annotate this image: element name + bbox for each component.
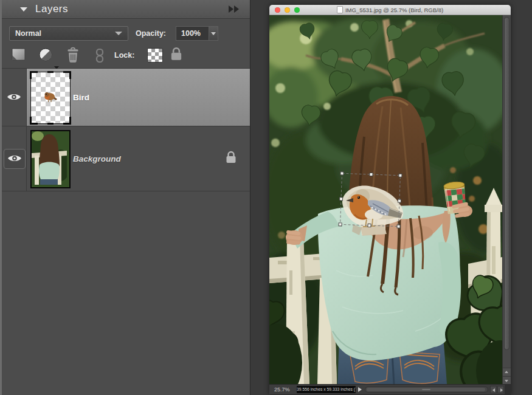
document-icon [337, 6, 343, 13]
photoshop-workspace: { "panel": { "title": "Layers", "blend_m… [0, 0, 532, 395]
layer-list: Bird [2, 68, 250, 191]
layer-row-bird[interactable]: Bird [2, 69, 250, 126]
panel-collapse-double-arrow-icon[interactable] [228, 5, 239, 13]
bird-thumbnail-icon [43, 91, 58, 106]
chevron-down-icon [211, 32, 216, 35]
visibility-column [2, 69, 27, 126]
layer-row-background[interactable]: Background [2, 126, 250, 191]
layers-panel-controls: Normal Opacity: 100% [2, 19, 250, 68]
document-window: IMG_5531.jpg @ 25.7% (Bird, RGB/8) [269, 5, 511, 394]
opacity-value: 100% [181, 29, 201, 38]
vertical-scrollbar[interactable] [502, 15, 511, 384]
layers-panel-header: Layers [2, 0, 250, 19]
scroll-up-button[interactable] [503, 368, 511, 376]
opacity-dropdown-button[interactable] [209, 26, 218, 41]
selection-bracket [30, 117, 38, 125]
layer-name-background[interactable]: Background [73, 154, 121, 163]
selection-bracket [63, 71, 71, 79]
link-layers-icon[interactable] [94, 49, 106, 66]
eye-visibility-icon[interactable] [4, 149, 26, 169]
lock-transparency-checker-icon[interactable] [147, 48, 163, 63]
selection-dash [47, 71, 54, 73]
bird-layer-thumbnail[interactable] [30, 72, 71, 124]
document-titlebar[interactable]: IMG_5531.jpg @ 25.7% (Bird, RGB/8) [269, 5, 511, 15]
panel-title: Layers [35, 3, 68, 15]
adjustment-layer-icon[interactable] [38, 47, 53, 64]
triangle-up-icon [505, 371, 508, 373]
horizontal-scrollbar[interactable] [365, 386, 488, 393]
opacity-label: Opacity: [136, 29, 166, 38]
triangle-down-icon [505, 380, 508, 382]
status-flyout-arrow-icon[interactable] [358, 387, 362, 392]
trash-icon[interactable] [64, 47, 81, 66]
document-statusbar: 25.7% 39.556 inches x 59.333 inches (72 … [269, 384, 511, 394]
scroll-down-button[interactable] [503, 376, 511, 384]
blend-mode-select[interactable]: Normal [9, 26, 128, 41]
document-canvas[interactable] [269, 15, 502, 384]
document-dimensions[interactable]: 39.556 inches x 59.333 inches (72 ppi) [297, 386, 356, 393]
statusbar-corner [505, 385, 511, 395]
lock-all-padlock-icon[interactable] [169, 46, 184, 64]
triangle-right-icon [500, 388, 503, 392]
triangle-left-icon [492, 388, 495, 392]
padlock-icon [224, 150, 238, 167]
background-layer-thumbnail[interactable] [30, 130, 71, 188]
vertical-scroll-thumb[interactable] [504, 17, 510, 350]
zoom-level[interactable]: 25.7% [274, 386, 290, 393]
eye-visibility-icon[interactable] [7, 92, 21, 105]
scroll-right-button[interactable] [497, 386, 504, 393]
document-title: IMG_5531.jpg @ 25.7% (Bird, RGB/8) [269, 5, 511, 15]
horizontal-scroll-thumb[interactable] [367, 388, 485, 391]
new-layer-icon[interactable] [10, 47, 27, 65]
opacity-input[interactable]: 100% [176, 26, 209, 41]
layer-row-main[interactable]: Bird [27, 69, 250, 126]
layer-name-bird[interactable]: Bird [73, 93, 89, 102]
blend-mode-value: Normal [15, 29, 41, 38]
photo-illustration [269, 15, 502, 384]
selection-dash [47, 123, 54, 125]
selection-bracket [30, 71, 38, 79]
layer-row-main[interactable]: Background [27, 126, 250, 191]
chevron-down-icon [115, 32, 122, 35]
scroll-left-button[interactable] [490, 386, 497, 393]
selection-bracket [63, 117, 71, 125]
layers-panel: Layers Normal Opacity: 100% [0, 0, 250, 395]
lock-label: Lock: [114, 51, 134, 60]
disclosure-triangle-icon[interactable] [20, 7, 27, 12]
scroll-grip [422, 389, 430, 390]
visibility-column [2, 126, 27, 191]
